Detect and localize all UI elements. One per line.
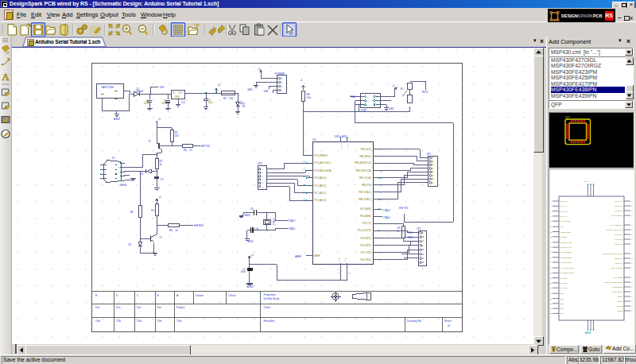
svg-text:D3: D3 <box>128 243 131 246</box>
svg-text:VIN: VIN <box>160 86 165 89</box>
svg-text:PB7 (XTAL2): PB7 (XTAL2) <box>359 191 371 194</box>
svg-text:POWER: POWER <box>275 72 285 76</box>
svg-text:2P2: 2P2 <box>258 162 262 165</box>
svg-text:12: 12 <box>550 231 553 233</box>
svg-text:2: 2 <box>631 300 633 302</box>
svg-text:49: 49 <box>550 267 553 269</box>
svg-text:Title: Title <box>176 319 181 323</box>
svg-text:P4.3/S6/URXD1: P4.3/S6/URXD1 <box>560 272 576 274</box>
svg-text:ICSP: ICSP <box>361 109 367 112</box>
svg-text:1k: 1k <box>176 229 179 232</box>
svg-text:11: 11 <box>550 226 553 227</box>
svg-text:X1: X1 <box>112 157 115 160</box>
svg-text:P6.3/A3: P6.3/A3 <box>560 200 568 203</box>
svg-text:P3.2/SOMI0: P3.2/SOMI0 <box>612 286 623 288</box>
svg-text:PD1 (TXD): PD1 (TXD) <box>361 251 371 254</box>
svg-text:2: 2 <box>631 305 633 307</box>
svg-text:2: 2 <box>631 277 633 278</box>
svg-text:RST1: RST1 <box>422 91 429 94</box>
svg-text:RXD: RXD <box>408 236 413 239</box>
svg-text:56: 56 <box>550 303 553 304</box>
svg-text:AREF: AREF <box>315 254 321 258</box>
svg-text:+5: +5 <box>250 254 254 257</box>
svg-text:PC4 (ADC4/SDA): PC4 (ADC4/SDA) <box>315 169 332 172</box>
svg-text:PC1 (ADC1): PC1 (ADC1) <box>315 192 327 195</box>
svg-text:C10: C10 <box>254 227 259 230</box>
svg-text:8: 8 <box>551 211 553 212</box>
svg-text:S3/PW.1/UCB0SOMI: S3/PW.1/UCB0SOMI <box>604 281 623 284</box>
svg-text:PC3 (ADC3): PC3 (ADC3) <box>315 176 327 180</box>
svg-text:TXD: TXD <box>408 231 413 234</box>
svg-text:Do Not Scale: Do Not Scale <box>264 297 280 300</box>
svg-text:2: 2 <box>631 267 633 269</box>
svg-text:PB5 (SCK): PB5 (SCK) <box>361 148 371 151</box>
svg-text:P4.0/S9: P4.0/S9 <box>560 287 568 289</box>
svg-text:Chk: Chk <box>116 319 121 323</box>
svg-text:JP2: JP2 <box>417 227 421 230</box>
svg-text:2: 2 <box>631 224 633 226</box>
svg-text:Projection: Projection <box>264 293 276 296</box>
svg-text:S12: S12 <box>560 303 564 305</box>
svg-text:P1.4/TBCLK1: P1.4/TBCLK1 <box>611 224 623 227</box>
svg-text:IC2: IC2 <box>181 101 185 104</box>
svg-text:2: 2 <box>631 210 633 211</box>
svg-text:AREF: AREF <box>295 255 301 258</box>
svg-text:PD6 (AIN0): PD6 (AIN0) <box>360 215 371 218</box>
svg-text:Client: Client <box>264 306 271 309</box>
svg-text:PB6 (XTAL1): PB6 (XTAL1) <box>359 198 371 201</box>
svg-text:GND: GND <box>175 95 180 99</box>
svg-text:13: 13 <box>550 236 553 238</box>
svg-text:2: 2 <box>631 253 633 254</box>
svg-text:S6/PW.5/UCA0/TACLK: S6/PW.5/UCA0/TACLK <box>603 253 623 255</box>
svg-text:AVCC: AVCC <box>347 143 349 149</box>
svg-text:1N4004: 1N4004 <box>135 90 144 93</box>
svg-text:2: 2 <box>631 238 633 240</box>
svg-text:VeREF+: VeREF+ <box>560 236 568 238</box>
svg-text:Drn: Drn <box>157 306 162 309</box>
svg-text:GND: GND <box>389 107 394 110</box>
svg-text:4k7: 4k7 <box>175 134 179 137</box>
svg-text:100n: 100n <box>241 270 246 273</box>
svg-text:JP1: JP1 <box>427 153 432 156</box>
svg-text:51: 51 <box>550 277 553 279</box>
svg-text:45: 45 <box>550 246 553 248</box>
svg-text:P1.5/TACLK/ACLK: P1.5/TACLK/ACLK <box>607 229 623 231</box>
svg-text:XTAL2: XTAL2 <box>383 209 390 212</box>
svg-text:C9: C9 <box>161 178 164 181</box>
svg-text:46: 46 <box>550 251 553 253</box>
svg-text:PC6 (RESET): PC6 (RESET) <box>315 154 328 157</box>
svg-text:S10: S10 <box>560 292 564 295</box>
svg-text:AVSS: AVSS <box>585 331 591 335</box>
svg-text:P1.7/CA1: P1.7/CA1 <box>615 238 623 241</box>
svg-text:AGND: AGND <box>247 285 254 288</box>
svg-text:47: 47 <box>550 257 553 258</box>
svg-text:Chk: Chk <box>95 319 100 323</box>
svg-text:Project: Project <box>176 306 185 309</box>
svg-text:P6.6/A6: P6.6/A6 <box>560 215 568 218</box>
svg-text:P6.5/A5: P6.5/A5 <box>560 211 568 213</box>
svg-text:53: 53 <box>550 287 553 288</box>
svg-text:PD5 (T1): PD5 (T1) <box>363 222 371 225</box>
svg-text:AGND: AGND <box>121 184 127 187</box>
svg-text:52: 52 <box>550 282 553 284</box>
svg-text:57: 57 <box>550 308 553 309</box>
svg-text:XTAL1: XTAL1 <box>383 216 390 219</box>
svg-text:PB4 (MISO): PB4 (MISO) <box>360 155 372 158</box>
svg-text:RAPC722M: RAPC722M <box>102 86 114 89</box>
svg-text:P1.6/CA0: P1.6/CA0 <box>615 234 623 236</box>
svg-text:GND: GND <box>247 88 254 91</box>
svg-text:+5: +5 <box>300 79 303 82</box>
svg-text:XIN: XIN <box>560 226 564 228</box>
svg-text:PGM: PGM <box>350 95 355 99</box>
svg-text:C8: C8 <box>250 207 254 211</box>
svg-text:AVDD: AVDD <box>342 135 347 138</box>
svg-text:2: 2 <box>631 286 633 288</box>
svg-text:S13: S13 <box>560 308 564 310</box>
svg-text:COM1: COM1 <box>617 300 623 303</box>
svg-text:XTAL1: XTAL1 <box>289 227 296 230</box>
svg-text:6: 6 <box>551 200 553 202</box>
svg-text:R8: R8 <box>169 229 173 232</box>
svg-text:+5: +5 <box>158 118 161 121</box>
svg-text:AGND: AGND <box>114 118 120 121</box>
svg-text:PD4 (XCK/T0): PD4 (XCK/T0) <box>358 229 371 232</box>
